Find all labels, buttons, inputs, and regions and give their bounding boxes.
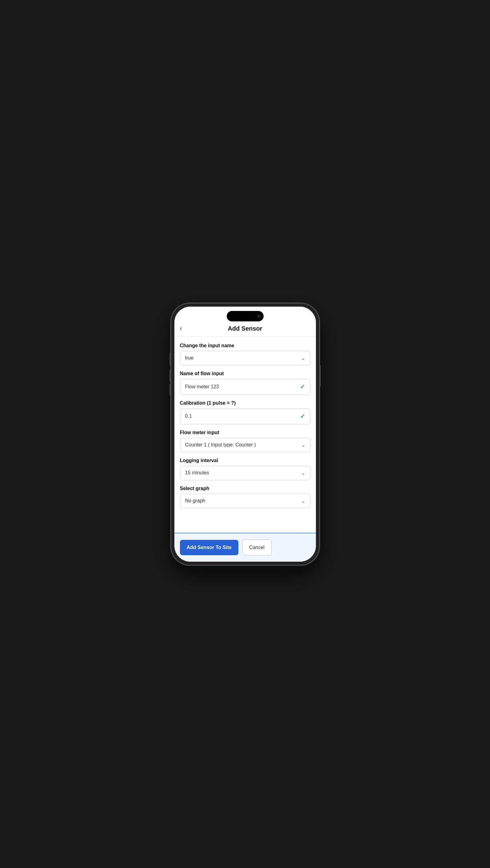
phone-frame: ‹ Add Sensor Change the input name true …	[171, 304, 319, 565]
label-logging-interval: Logging interval	[180, 458, 310, 463]
page-title: Add Sensor	[228, 325, 262, 332]
input-name-of-flow-input-value: Flow meter 123	[185, 384, 219, 390]
label-name-of-flow-input: Name of flow input	[180, 371, 310, 376]
input-name-of-flow-input[interactable]: Flow meter 123 ✓	[180, 379, 310, 395]
checkmark-icon: ✓	[300, 383, 305, 391]
chevron-down-icon-logging: ⌄	[301, 470, 305, 476]
select-graph[interactable]: No graph ⌄	[180, 494, 310, 508]
label-change-input-name: Change the input name	[180, 343, 310, 348]
field-select-graph: Select graph No graph ⌄	[180, 486, 310, 508]
select-flow-meter-input-value: Counter 1 ( Input type: Counter )	[185, 442, 256, 448]
label-select-graph: Select graph	[180, 486, 310, 491]
footer-actions: Add Sensor To Site Cancel	[174, 533, 316, 562]
select-change-input-name-value: true	[185, 355, 194, 361]
label-calibration: Calibration (1 pulse = ?)	[180, 400, 310, 406]
field-calibration: Calibration (1 pulse = ?) 0.1 ✓	[180, 400, 310, 424]
select-logging-interval-value: 15 minutes	[185, 470, 209, 476]
select-logging-interval[interactable]: 15 minutes ⌄	[180, 466, 310, 480]
dynamic-island	[227, 311, 264, 321]
chevron-down-icon-flow: ⌄	[301, 442, 305, 448]
field-logging-interval: Logging interval 15 minutes ⌄	[180, 458, 310, 480]
camera-dot	[257, 315, 261, 318]
chevron-down-icon-graph: ⌄	[301, 498, 305, 504]
input-calibration-value: 0.1	[185, 413, 192, 419]
chevron-down-icon: ⌄	[301, 355, 305, 361]
select-flow-meter-input[interactable]: Counter 1 ( Input type: Counter ) ⌄	[180, 438, 310, 452]
checkmark-icon-calibration: ✓	[300, 413, 305, 420]
field-flow-meter-input: Flow meter input Counter 1 ( Input type:…	[180, 430, 310, 452]
form-content: Change the input name true ⌄ Name of flo…	[174, 337, 316, 533]
label-flow-meter-input: Flow meter input	[180, 430, 310, 435]
back-button[interactable]: ‹	[180, 325, 182, 332]
field-name-of-flow-input: Name of flow input Flow meter 123 ✓	[180, 371, 310, 395]
select-change-input-name[interactable]: true ⌄	[180, 351, 310, 365]
input-calibration[interactable]: 0.1 ✓	[180, 408, 310, 424]
add-sensor-button[interactable]: Add Sensor To Site	[180, 540, 238, 555]
phone-screen: ‹ Add Sensor Change the input name true …	[174, 307, 316, 562]
field-change-input-name: Change the input name true ⌄	[180, 343, 310, 365]
cancel-button[interactable]: Cancel	[242, 539, 271, 556]
select-graph-value: No graph	[185, 498, 205, 504]
